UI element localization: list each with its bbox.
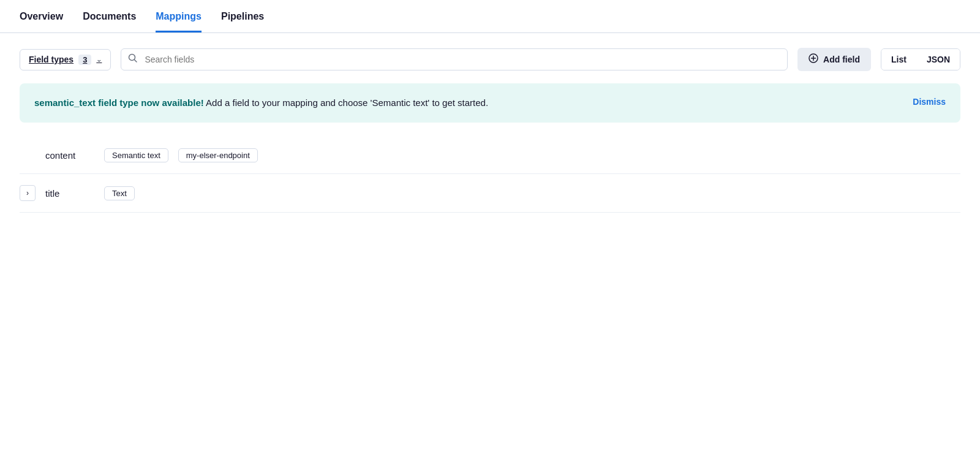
field-types-label: Field types xyxy=(29,55,74,64)
field-types-count: 3 xyxy=(78,55,91,65)
tab-overview[interactable]: Overview xyxy=(20,11,63,32)
view-list-button[interactable]: List xyxy=(881,49,916,70)
search-wrapper xyxy=(121,48,788,70)
chevron-down-icon: ⌄ xyxy=(96,56,102,64)
toolbar: Field types 3 ⌄ Add field List JSON xyxy=(0,33,980,83)
field-name-title: title xyxy=(45,188,94,199)
tab-mappings[interactable]: Mappings xyxy=(156,11,202,32)
view-toggle: List JSON xyxy=(881,48,960,70)
field-types-button[interactable]: Field types 3 ⌄ xyxy=(20,49,111,70)
add-icon xyxy=(809,53,818,66)
add-field-label: Add field xyxy=(823,55,860,64)
table-row: content Semantic text my-elser-endpoint xyxy=(20,137,960,174)
banner-bold-text: semantic_text field type now available! xyxy=(34,97,204,108)
field-name-content: content xyxy=(45,150,94,161)
search-input[interactable] xyxy=(121,48,788,70)
add-field-button[interactable]: Add field xyxy=(797,48,871,71)
table-row: › title Text xyxy=(20,174,960,213)
banner-text: semantic_text field type now available! … xyxy=(34,96,488,110)
field-type-badge-content: Semantic text xyxy=(104,148,168,162)
field-type-badge-title: Text xyxy=(104,186,135,200)
tab-documents[interactable]: Documents xyxy=(83,11,136,32)
tab-pipelines[interactable]: Pipelines xyxy=(221,11,264,32)
view-json-button[interactable]: JSON xyxy=(917,49,960,70)
chevron-right-icon: › xyxy=(26,189,29,197)
field-expand-button-title[interactable]: › xyxy=(20,185,36,201)
dismiss-button[interactable]: Dismiss xyxy=(913,96,946,107)
field-endpoint-badge-content: my-elser-endpoint xyxy=(178,148,258,162)
field-list: content Semantic text my-elser-endpoint … xyxy=(0,137,980,213)
banner-body-text: Add a field to your mapping and choose '… xyxy=(204,97,488,108)
semantic-text-banner: semantic_text field type now available! … xyxy=(20,83,960,123)
tabs-nav: Overview Documents Mappings Pipelines xyxy=(0,0,980,33)
